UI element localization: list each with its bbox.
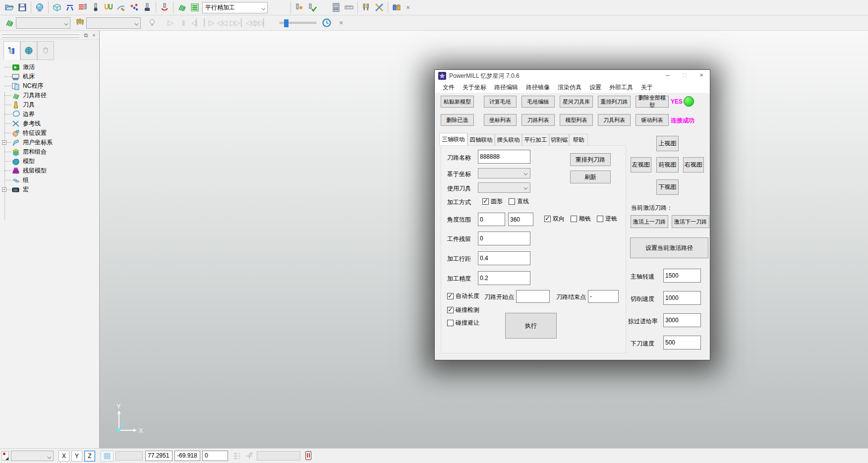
plunge-feed-input[interactable] bbox=[663, 336, 701, 349]
tool-star-button[interactable] bbox=[293, 1, 306, 14]
menu-file[interactable]: 文件 bbox=[439, 83, 459, 92]
curve-editor-button[interactable] bbox=[115, 1, 128, 14]
coord-z-field[interactable]: 0 bbox=[202, 451, 228, 461]
expand-icon[interactable]: + bbox=[2, 187, 6, 192]
tab-world[interactable] bbox=[20, 41, 37, 60]
tree-item-workplanes[interactable]: +用户坐标系 bbox=[0, 138, 99, 147]
cutting-feed-input[interactable] bbox=[663, 291, 701, 305]
tab-help[interactable]: 帮助 bbox=[569, 134, 588, 145]
method-line-checkbox[interactable]: 直线 bbox=[509, 197, 529, 206]
toolpath-list-button[interactable] bbox=[188, 1, 201, 14]
climb-checkbox[interactable]: 顺铣 bbox=[571, 215, 591, 223]
open-file-button[interactable] bbox=[3, 1, 16, 14]
menu-settings[interactable]: 设置 bbox=[585, 83, 605, 92]
rapid-moves-button[interactable] bbox=[63, 1, 76, 14]
start-point-input[interactable] bbox=[516, 290, 550, 303]
play-button[interactable]: ▷ bbox=[164, 18, 176, 27]
spindle-speed-input[interactable] bbox=[663, 269, 701, 283]
drive-list-button[interactable]: 驱动列表 bbox=[636, 114, 669, 126]
activate-next-button[interactable]: 激活下一刀路 bbox=[672, 215, 709, 228]
tolerance-input[interactable] bbox=[478, 271, 530, 285]
calc-stock-button[interactable]: 计算毛坯 bbox=[484, 96, 517, 108]
collision-avoid-checkbox[interactable]: 碰撞避让 bbox=[447, 319, 479, 327]
menu-path-edit[interactable]: 路径编辑 bbox=[490, 83, 522, 92]
paste-model-button[interactable]: 粘贴新模型 bbox=[441, 96, 474, 108]
auto-length-checkbox[interactable]: 自动长度 bbox=[447, 292, 479, 300]
calculator-button[interactable] bbox=[330, 1, 343, 14]
stepover-input[interactable] bbox=[478, 251, 530, 265]
tree-item-boundaries[interactable]: 边界 bbox=[0, 110, 99, 119]
angle-to-input[interactable] bbox=[508, 213, 533, 226]
strategy-combo[interactable]: 平行精加工 bbox=[202, 2, 268, 13]
tree-item-feature-sets[interactable]: 特征设置 bbox=[0, 128, 99, 138]
delete-all-models-button[interactable]: 删除全部模型 bbox=[636, 96, 669, 108]
shaded-view-button[interactable] bbox=[33, 1, 46, 14]
coord-y-field[interactable]: -69.918 bbox=[174, 451, 200, 461]
dialog-titlebar[interactable]: PowerMILL 忆梦星河 7.0.6 – □ × bbox=[435, 70, 710, 82]
rewind-button[interactable]: ◁◁ bbox=[215, 18, 228, 27]
tree-item-stock-models[interactable]: 残留模型 bbox=[0, 166, 99, 175]
simulation-speed-slider[interactable] bbox=[280, 22, 316, 24]
toolbar2-close-button[interactable]: × bbox=[336, 19, 346, 27]
float-panel-icon[interactable]: ⧉ bbox=[83, 32, 89, 39]
view-right-button[interactable]: 右视图 bbox=[683, 157, 704, 173]
tab-explorer[interactable] bbox=[3, 41, 20, 60]
panel-grip[interactable]: ⧉ × bbox=[0, 31, 99, 40]
tab-saw[interactable]: 切割锯 bbox=[549, 134, 569, 145]
maximize-button[interactable]: □ bbox=[676, 70, 693, 82]
end-point-input[interactable] bbox=[588, 290, 619, 303]
tool-ball-button[interactable] bbox=[89, 1, 102, 14]
rearrange-button[interactable]: 重排列刀路 bbox=[570, 153, 611, 166]
execute-button[interactable]: 执行 bbox=[505, 313, 557, 339]
block-button[interactable] bbox=[51, 1, 63, 14]
view-top-button[interactable]: 上视图 bbox=[656, 136, 679, 151]
model-list-button[interactable]: 模型列表 bbox=[560, 114, 593, 126]
axis-y-button[interactable]: Y bbox=[71, 451, 82, 462]
collision-check-checkbox[interactable]: 碰撞检测 bbox=[447, 306, 479, 314]
coord-combo[interactable] bbox=[478, 168, 530, 178]
statusbar-inset-field[interactable] bbox=[257, 451, 300, 461]
toolpath-name-input[interactable] bbox=[478, 150, 530, 164]
tab-parallel[interactable]: 平行加工 bbox=[522, 134, 549, 145]
leads-links-button[interactable] bbox=[76, 1, 89, 14]
slider-handle[interactable] bbox=[284, 19, 289, 27]
tool-verify-button[interactable] bbox=[306, 1, 319, 14]
stock-input[interactable] bbox=[478, 232, 530, 245]
menu-render-sim[interactable]: 渲染仿真 bbox=[554, 83, 585, 92]
toolpath-button[interactable] bbox=[175, 1, 188, 14]
close-panel-icon[interactable]: × bbox=[91, 32, 97, 39]
tool-library-button[interactable]: 星河刀具库 bbox=[560, 96, 593, 108]
step-back-button[interactable]: ◁▏ bbox=[189, 18, 202, 27]
conventional-checkbox[interactable]: 逆铣 bbox=[597, 215, 617, 223]
view-left-button[interactable]: 左视图 bbox=[631, 157, 651, 173]
tree-item-tools[interactable]: 刀具 bbox=[0, 100, 99, 110]
tree-item-macros[interactable]: +宏 bbox=[0, 185, 99, 194]
refresh-button[interactable]: 刷新 bbox=[570, 171, 611, 183]
menu-coords[interactable]: 关于坐标 bbox=[459, 83, 490, 92]
toolpath-button-2[interactable] bbox=[3, 16, 16, 29]
expand-icon[interactable]: + bbox=[2, 140, 6, 145]
clock-button[interactable] bbox=[320, 16, 333, 29]
go-to-start-button[interactable]: ▏◁◁ bbox=[241, 18, 254, 27]
tool-combo[interactable] bbox=[478, 182, 530, 193]
cross-tools-button[interactable] bbox=[373, 1, 386, 14]
angle-from-input[interactable] bbox=[478, 213, 505, 226]
fast-forward-button[interactable]: ▷▷ bbox=[228, 18, 241, 27]
tab-4axis[interactable]: 四轴联动 bbox=[467, 134, 495, 145]
view-bottom-button[interactable]: 下视图 bbox=[656, 179, 679, 195]
tool-block-button[interactable] bbox=[141, 1, 154, 14]
bidirectional-checkbox[interactable]: 双向 bbox=[544, 215, 565, 223]
toolpath-combo[interactable] bbox=[16, 17, 70, 29]
activate-prev-button[interactable]: 激活上一刀路 bbox=[631, 215, 668, 228]
edit-stock-button[interactable]: 毛坯编辑 bbox=[521, 96, 555, 108]
go-to-end-button[interactable]: ▷▷▏ bbox=[254, 18, 267, 27]
tab-recycle-bin[interactable] bbox=[37, 41, 54, 60]
tool-combo[interactable] bbox=[86, 17, 141, 29]
tree-item-levels-sets[interactable]: 层和组合 bbox=[0, 147, 99, 157]
tree-item-activate[interactable]: 激活 bbox=[0, 62, 99, 72]
coord-x-field[interactable]: 77.2951 bbox=[145, 451, 173, 461]
toolpath-list-button[interactable]: 刀路列表 bbox=[521, 114, 555, 126]
minimize-button[interactable]: – bbox=[659, 70, 676, 82]
pause-button[interactable]: ‖ bbox=[176, 19, 189, 27]
tree-item-models[interactable]: 模型 bbox=[0, 157, 99, 166]
